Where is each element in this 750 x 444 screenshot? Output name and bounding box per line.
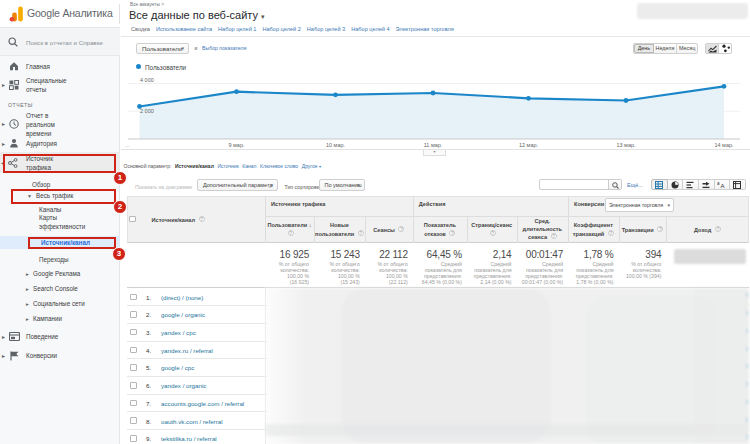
svg-text:...: ...: [125, 142, 130, 148]
svg-text:14 мар.: 14 мар.: [714, 142, 734, 148]
svg-text:A: A: [721, 183, 725, 189]
svg-text:2 000: 2 000: [140, 108, 154, 114]
svg-text:12 мар.: 12 мар.: [519, 142, 539, 148]
svg-text:11 мар.: 11 мар.: [424, 142, 443, 148]
svg-text:13 мар.: 13 мар.: [616, 142, 636, 148]
svg-text:10 мар.: 10 мар.: [326, 142, 346, 148]
svg-text:9 мар.: 9 мар.: [228, 142, 244, 148]
svg-text:4 000: 4 000: [140, 77, 154, 83]
